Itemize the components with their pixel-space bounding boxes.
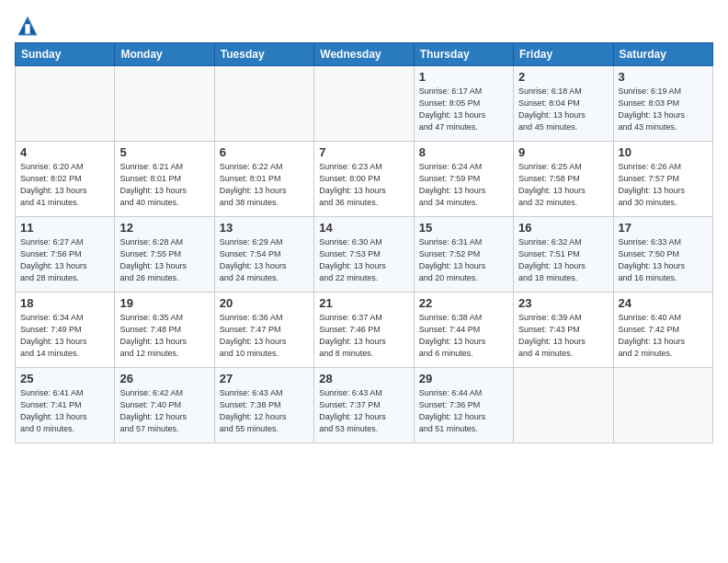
calendar-cell <box>514 368 613 443</box>
cell-info: Sunrise: 6:38 AM Sunset: 7:44 PM Dayligh… <box>419 312 508 360</box>
cell-info: Sunrise: 6:35 AM Sunset: 7:48 PM Dayligh… <box>119 312 209 360</box>
calendar-cell <box>214 66 313 142</box>
day-number: 11 <box>20 221 109 235</box>
day-number: 23 <box>518 296 608 310</box>
weekday-header: Thursday <box>414 43 513 66</box>
calendar-week: 4Sunrise: 6:20 AM Sunset: 8:02 PM Daylig… <box>16 142 713 217</box>
calendar-cell: 10Sunrise: 6:26 AM Sunset: 7:57 PM Dayli… <box>613 142 712 217</box>
calendar-cell: 9Sunrise: 6:25 AM Sunset: 7:58 PM Daylig… <box>514 142 613 217</box>
day-number: 19 <box>119 296 209 310</box>
cell-info: Sunrise: 6:41 AM Sunset: 7:41 PM Dayligh… <box>20 387 109 435</box>
day-number: 4 <box>20 145 109 159</box>
header <box>15 9 713 39</box>
day-number: 24 <box>619 296 708 310</box>
cell-info: Sunrise: 6:19 AM Sunset: 8:03 PM Dayligh… <box>619 86 708 133</box>
calendar-body: 1Sunrise: 6:17 AM Sunset: 8:05 PM Daylig… <box>16 66 713 443</box>
day-number: 8 <box>419 145 508 159</box>
day-number: 9 <box>518 145 608 159</box>
cell-info: Sunrise: 6:26 AM Sunset: 7:57 PM Dayligh… <box>619 161 708 209</box>
calendar-cell: 21Sunrise: 6:37 AM Sunset: 7:46 PM Dayli… <box>314 293 414 368</box>
weekday-header: Tuesday <box>214 43 313 66</box>
day-number: 16 <box>518 221 608 235</box>
calendar-cell <box>314 66 414 142</box>
calendar-cell: 24Sunrise: 6:40 AM Sunset: 7:42 PM Dayli… <box>613 293 712 368</box>
day-number: 14 <box>319 221 408 235</box>
cell-info: Sunrise: 6:40 AM Sunset: 7:42 PM Dayligh… <box>619 312 708 360</box>
cell-info: Sunrise: 6:44 AM Sunset: 7:36 PM Dayligh… <box>419 387 508 435</box>
day-number: 17 <box>619 221 708 235</box>
calendar-cell: 25Sunrise: 6:41 AM Sunset: 7:41 PM Dayli… <box>16 368 115 443</box>
logo-icon <box>15 13 40 39</box>
header-row: SundayMondayTuesdayWednesdayThursdayFrid… <box>16 43 713 66</box>
cell-info: Sunrise: 6:33 AM Sunset: 7:50 PM Dayligh… <box>619 236 708 284</box>
calendar-cell: 22Sunrise: 6:38 AM Sunset: 7:44 PM Dayli… <box>414 293 513 368</box>
cell-info: Sunrise: 6:29 AM Sunset: 7:54 PM Dayligh… <box>220 236 309 284</box>
day-number: 29 <box>419 372 508 385</box>
svg-rect-2 <box>25 24 29 34</box>
cell-info: Sunrise: 6:39 AM Sunset: 7:43 PM Dayligh… <box>518 312 608 360</box>
cell-info: Sunrise: 6:43 AM Sunset: 7:38 PM Dayligh… <box>220 387 309 435</box>
cell-info: Sunrise: 6:25 AM Sunset: 7:58 PM Dayligh… <box>518 161 608 209</box>
calendar-cell <box>16 66 115 142</box>
calendar-cell: 1Sunrise: 6:17 AM Sunset: 8:05 PM Daylig… <box>414 66 513 142</box>
weekday-header: Sunday <box>16 43 115 66</box>
cell-info: Sunrise: 6:23 AM Sunset: 8:00 PM Dayligh… <box>319 161 408 209</box>
day-number: 5 <box>119 145 209 159</box>
day-number: 6 <box>220 145 309 159</box>
page-container: SundayMondayTuesdayWednesdayThursdayFrid… <box>0 0 728 451</box>
day-number: 15 <box>419 221 508 235</box>
day-number: 7 <box>319 145 408 159</box>
calendar-cell: 20Sunrise: 6:36 AM Sunset: 7:47 PM Dayli… <box>214 293 313 368</box>
calendar-cell: 5Sunrise: 6:21 AM Sunset: 8:01 PM Daylig… <box>115 142 214 217</box>
calendar-header: SundayMondayTuesdayWednesdayThursdayFrid… <box>16 43 713 66</box>
calendar-cell <box>115 66 214 142</box>
weekday-header: Saturday <box>613 43 712 66</box>
calendar-cell: 8Sunrise: 6:24 AM Sunset: 7:59 PM Daylig… <box>414 142 513 217</box>
cell-info: Sunrise: 6:42 AM Sunset: 7:40 PM Dayligh… <box>119 387 209 435</box>
calendar-week: 1Sunrise: 6:17 AM Sunset: 8:05 PM Daylig… <box>16 66 713 142</box>
cell-info: Sunrise: 6:24 AM Sunset: 7:59 PM Dayligh… <box>419 161 508 209</box>
calendar-week: 18Sunrise: 6:34 AM Sunset: 7:49 PM Dayli… <box>16 293 713 368</box>
calendar-cell: 14Sunrise: 6:30 AM Sunset: 7:53 PM Dayli… <box>314 217 414 293</box>
day-number: 1 <box>419 70 508 84</box>
day-number: 10 <box>619 145 708 159</box>
day-number: 20 <box>220 296 309 310</box>
calendar-cell: 27Sunrise: 6:43 AM Sunset: 7:38 PM Dayli… <box>214 368 313 443</box>
calendar-cell: 13Sunrise: 6:29 AM Sunset: 7:54 PM Dayli… <box>214 217 313 293</box>
calendar-cell: 28Sunrise: 6:43 AM Sunset: 7:37 PM Dayli… <box>314 368 414 443</box>
cell-info: Sunrise: 6:18 AM Sunset: 8:04 PM Dayligh… <box>518 86 608 133</box>
calendar-week: 11Sunrise: 6:27 AM Sunset: 7:56 PM Dayli… <box>16 217 713 293</box>
weekday-header: Monday <box>115 43 214 66</box>
cell-info: Sunrise: 6:30 AM Sunset: 7:53 PM Dayligh… <box>319 236 408 284</box>
cell-info: Sunrise: 6:27 AM Sunset: 7:56 PM Dayligh… <box>20 236 109 284</box>
day-number: 28 <box>319 372 408 385</box>
cell-info: Sunrise: 6:32 AM Sunset: 7:51 PM Dayligh… <box>518 236 608 284</box>
cell-info: Sunrise: 6:37 AM Sunset: 7:46 PM Dayligh… <box>319 312 408 360</box>
calendar-cell: 15Sunrise: 6:31 AM Sunset: 7:52 PM Dayli… <box>414 217 513 293</box>
day-number: 2 <box>518 70 608 84</box>
weekday-header: Friday <box>514 43 613 66</box>
calendar-cell: 11Sunrise: 6:27 AM Sunset: 7:56 PM Dayli… <box>16 217 115 293</box>
day-number: 21 <box>319 296 408 310</box>
cell-info: Sunrise: 6:17 AM Sunset: 8:05 PM Dayligh… <box>419 86 508 133</box>
calendar-cell: 17Sunrise: 6:33 AM Sunset: 7:50 PM Dayli… <box>613 217 712 293</box>
day-number: 18 <box>20 296 109 310</box>
day-number: 12 <box>119 221 209 235</box>
cell-info: Sunrise: 6:34 AM Sunset: 7:49 PM Dayligh… <box>20 312 109 360</box>
day-number: 25 <box>20 372 109 385</box>
cell-info: Sunrise: 6:36 AM Sunset: 7:47 PM Dayligh… <box>220 312 309 360</box>
cell-info: Sunrise: 6:31 AM Sunset: 7:52 PM Dayligh… <box>419 236 508 284</box>
weekday-header: Wednesday <box>314 43 414 66</box>
calendar-cell: 3Sunrise: 6:19 AM Sunset: 8:03 PM Daylig… <box>613 66 712 142</box>
day-number: 27 <box>220 372 309 385</box>
calendar-cell: 26Sunrise: 6:42 AM Sunset: 7:40 PM Dayli… <box>115 368 214 443</box>
cell-info: Sunrise: 6:20 AM Sunset: 8:02 PM Dayligh… <box>20 161 109 209</box>
day-number: 13 <box>220 221 309 235</box>
day-number: 26 <box>119 372 209 385</box>
calendar-cell <box>613 368 712 443</box>
cell-info: Sunrise: 6:21 AM Sunset: 8:01 PM Dayligh… <box>119 161 209 209</box>
calendar-cell: 19Sunrise: 6:35 AM Sunset: 7:48 PM Dayli… <box>115 293 214 368</box>
calendar-cell: 2Sunrise: 6:18 AM Sunset: 8:04 PM Daylig… <box>514 66 613 142</box>
calendar-cell: 6Sunrise: 6:22 AM Sunset: 8:01 PM Daylig… <box>214 142 313 217</box>
cell-info: Sunrise: 6:28 AM Sunset: 7:55 PM Dayligh… <box>119 236 209 284</box>
